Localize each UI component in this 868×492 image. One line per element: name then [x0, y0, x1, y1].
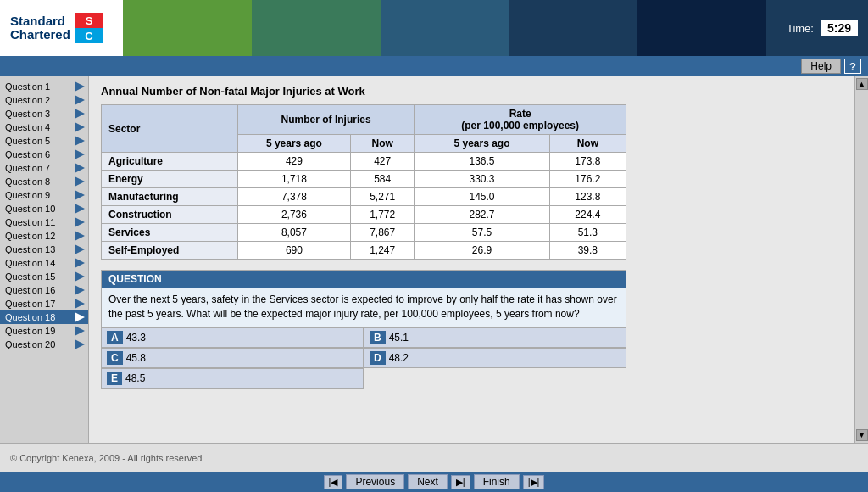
- finish-button[interactable]: Finish: [474, 474, 520, 489]
- sidebar-item-20[interactable]: Question 20: [0, 338, 88, 351]
- sidebar-arrow-17: [75, 299, 85, 309]
- scroll-up[interactable]: ▲: [856, 78, 868, 90]
- sidebar-arrow-13: [75, 244, 85, 254]
- sector-cell: Energy: [102, 171, 238, 188]
- sector-cell: Manufacturing: [102, 188, 238, 206]
- answer-option-D[interactable]: D48.2: [364, 348, 626, 368]
- svg-text:S: S: [86, 14, 93, 27]
- sc-logo-icon: S C: [75, 13, 103, 43]
- answer-letter-E: E: [107, 372, 122, 385]
- sidebar-item-11[interactable]: Question 11: [0, 215, 88, 229]
- inj-now-cell: 427: [350, 153, 414, 171]
- sidebar-item-2[interactable]: Question 2: [0, 93, 88, 107]
- rate-5ago-cell: 26.9: [415, 242, 549, 260]
- rate-5ago-cell: 57.5: [415, 224, 549, 242]
- inj-5ago-cell: 429: [237, 153, 350, 171]
- table-row: Services 8,057 7,867 57.5 51.3: [102, 224, 626, 242]
- footer: © Copyright Kenexa, 2009 - All rights re…: [0, 443, 868, 472]
- sidebar-arrow-10: [75, 204, 85, 214]
- help-button[interactable]: Help: [801, 59, 841, 74]
- inj-now-cell: 5,271: [350, 188, 414, 206]
- answer-option-B[interactable]: B45.1: [364, 327, 626, 348]
- table-row: Agriculture 429 427 136.5 173.8: [102, 153, 626, 171]
- answer-option-E[interactable]: E48.5: [101, 368, 364, 389]
- sidebar-item-10[interactable]: Question 10: [0, 202, 88, 215]
- rate-5ago-cell: 136.5: [415, 153, 549, 171]
- header: Standard Chartered S C Time: 5:29: [0, 0, 868, 56]
- sidebar-arrow-1: [75, 81, 85, 92]
- bar-seg-5: [637, 0, 766, 56]
- svg-text:C: C: [85, 30, 93, 42]
- table-row: Manufacturing 7,378 5,271 145.0 123.8: [102, 188, 626, 206]
- timer-section: Time: 5:29: [766, 0, 868, 56]
- answer-option-C[interactable]: C45.8: [101, 348, 364, 368]
- sidebar-arrow-19: [75, 326, 85, 336]
- scrollbar[interactable]: ▲ ▼: [854, 76, 868, 443]
- sidebar-arrow-5: [75, 136, 85, 146]
- header-color-bar: [123, 0, 766, 56]
- sidebar-item-8[interactable]: Question 8: [0, 175, 88, 188]
- sector-cell: Services: [102, 224, 238, 242]
- sidebar-item-1[interactable]: Question 1: [0, 80, 88, 93]
- answer-letter-D: D: [370, 351, 386, 365]
- question-text: Over the next 5 years, safety in the Ser…: [102, 288, 626, 327]
- answer-letter-B: B: [370, 331, 386, 344]
- inj-now-cell: 7,867: [350, 224, 414, 242]
- col-rate: Rate(per 100,000 employees): [415, 105, 626, 135]
- timer-value: 5:29: [821, 20, 858, 36]
- previous-button[interactable]: Previous: [346, 474, 404, 489]
- answer-grid: A43.3B45.1C45.8D48.2E48.5: [101, 327, 626, 389]
- first-button[interactable]: |◀: [324, 475, 343, 489]
- sidebar-item-9[interactable]: Question 9: [0, 188, 88, 202]
- sidebar-item-7[interactable]: Question 7: [0, 161, 88, 175]
- sidebar-arrow-20: [75, 339, 85, 349]
- rate-5ago-cell: 145.0: [415, 188, 549, 206]
- sidebar-arrow-12: [75, 231, 85, 241]
- sidebar-item-13[interactable]: Question 13: [0, 243, 88, 256]
- next-button[interactable]: Next: [408, 474, 448, 489]
- bar-seg-4: [509, 0, 637, 56]
- rate-now-cell: 39.8: [549, 242, 626, 260]
- rate-now-cell: 123.8: [549, 188, 626, 206]
- copyright-text: © Copyright Kenexa, 2009 - All rights re…: [10, 453, 202, 463]
- sector-cell: Construction: [102, 206, 238, 224]
- sidebar-item-12[interactable]: Question 12: [0, 229, 88, 243]
- table-row: Self-Employed 690 1,247 26.9 39.8: [102, 242, 626, 260]
- inj-5ago-cell: 7,378: [237, 188, 350, 206]
- sidebar-arrow-8: [75, 176, 85, 187]
- answer-value-E: 48.5: [125, 372, 145, 384]
- main-area: Question 1Question 2Question 3Question 4…: [0, 76, 868, 443]
- sidebar-item-4[interactable]: Question 4: [0, 120, 88, 134]
- sidebar-item-5[interactable]: Question 5: [0, 134, 88, 148]
- sector-cell: Self-Employed: [102, 242, 238, 260]
- sidebar-item-15[interactable]: Question 15: [0, 270, 88, 283]
- question-section: QUESTION Over the next 5 years, safety i…: [101, 270, 626, 327]
- sidebar-item-14[interactable]: Question 14: [0, 256, 88, 270]
- inj-5ago-cell: 2,736: [237, 206, 350, 224]
- sidebar-arrow-15: [75, 271, 85, 282]
- sidebar-item-18[interactable]: Question 18: [0, 310, 88, 324]
- col-rate-5ago: 5 years ago: [415, 135, 549, 153]
- bar-seg-1: [123, 0, 252, 56]
- content-area: Annual Number of Non-fatal Major Injurie…: [89, 76, 854, 443]
- end-button[interactable]: |▶|: [523, 475, 545, 489]
- sidebar-item-6[interactable]: Question 6: [0, 148, 88, 161]
- col-injuries: Number of Injuries: [237, 105, 414, 135]
- scroll-down[interactable]: ▼: [856, 429, 868, 441]
- sidebar-arrow-6: [75, 149, 85, 159]
- sidebar-item-19[interactable]: Question 19: [0, 324, 88, 338]
- answer-letter-A: A: [107, 331, 123, 344]
- sidebar-arrow-18: [75, 312, 85, 322]
- sidebar-item-3[interactable]: Question 3: [0, 107, 88, 120]
- inj-5ago-cell: 1,718: [237, 171, 350, 188]
- answer-option-A[interactable]: A43.3: [101, 327, 364, 348]
- sidebar-arrow-16: [75, 285, 85, 295]
- inj-5ago-cell: 690: [237, 242, 350, 260]
- last-button[interactable]: ▶|: [451, 475, 470, 489]
- rate-5ago-cell: 282.7: [415, 206, 549, 224]
- sidebar-item-17[interactable]: Question 17: [0, 297, 88, 310]
- question-label: QUESTION: [102, 271, 626, 288]
- question-mark-button[interactable]: ?: [844, 59, 861, 74]
- table-row: Construction 2,736 1,772 282.7 224.4: [102, 206, 626, 224]
- sidebar-item-16[interactable]: Question 16: [0, 283, 88, 297]
